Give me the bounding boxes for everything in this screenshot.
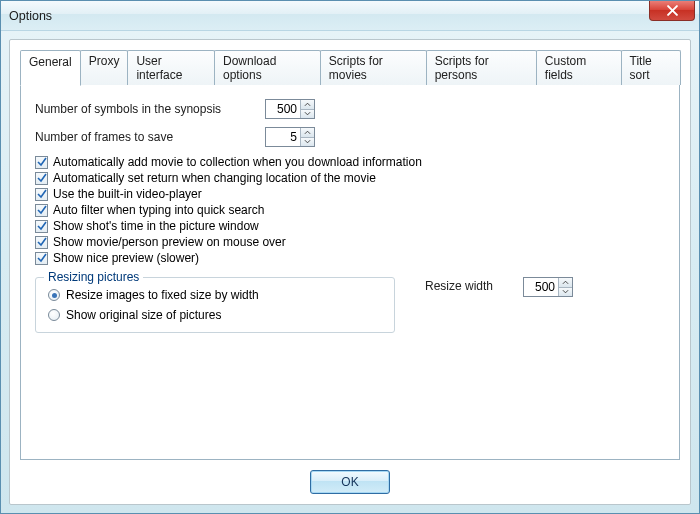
- tab-custom-fields-label: Custom fields: [545, 54, 586, 82]
- check-auto-add-movie: Automatically add movie to collection wh…: [35, 155, 665, 169]
- radio-fixed-width-label: Resize images to fixed size by width: [66, 288, 259, 302]
- tab-scripts-persons[interactable]: Scripts for persons: [426, 50, 537, 85]
- content-outer: General Proxy User interface Download op…: [1, 31, 699, 513]
- tab-proxy-label: Proxy: [89, 54, 120, 68]
- checkbox-show-shot-time[interactable]: [35, 220, 48, 233]
- checkbox-builtin-player[interactable]: [35, 188, 48, 201]
- check-icon: [37, 253, 47, 263]
- frames-spin-buttons: [300, 128, 314, 146]
- check-show-preview-label: Show movie/person preview on mouse over: [53, 235, 286, 249]
- close-button[interactable]: [649, 1, 695, 21]
- chevron-down-icon: [562, 289, 569, 294]
- radio-line-fixed: Resize images to fixed size by width: [48, 288, 382, 302]
- tab-scripts-movies-label: Scripts for movies: [329, 54, 383, 82]
- chevron-up-icon: [562, 280, 569, 285]
- check-nice-preview: Show nice preview (slower): [35, 251, 665, 265]
- ok-button[interactable]: OK: [310, 470, 390, 494]
- resize-width-label: Resize width: [425, 279, 493, 293]
- content-panel: General Proxy User interface Download op…: [9, 39, 691, 505]
- tab-general[interactable]: General: [20, 50, 81, 86]
- radio-original-size-label: Show original size of pictures: [66, 308, 221, 322]
- check-auto-add-movie-label: Automatically add movie to collection wh…: [53, 155, 422, 169]
- check-icon: [37, 205, 47, 215]
- group-resizing-title: Resizing pictures: [44, 270, 143, 284]
- frames-step-down[interactable]: [301, 138, 314, 147]
- close-icon: [667, 5, 678, 16]
- check-auto-filter: Auto filter when typing into quick searc…: [35, 203, 665, 217]
- check-auto-set-return-label: Automatically set return when changing l…: [53, 171, 376, 185]
- row-frames: Number of frames to save: [35, 127, 665, 147]
- tab-scripts-movies[interactable]: Scripts for movies: [320, 50, 427, 85]
- resize-width-input[interactable]: [524, 278, 558, 296]
- resize-width-step-up[interactable]: [559, 278, 572, 288]
- check-icon: [37, 157, 47, 167]
- check-icon: [37, 221, 47, 231]
- check-icon: [37, 189, 47, 199]
- synopsis-label: Number of symbols in the synopsis: [35, 102, 265, 116]
- tab-download-options[interactable]: Download options: [214, 50, 321, 85]
- tab-scripts-persons-label: Scripts for persons: [435, 54, 489, 82]
- check-icon: [37, 173, 47, 183]
- resize-width-spin-buttons: [558, 278, 572, 296]
- synopsis-step-down[interactable]: [301, 110, 314, 119]
- frames-step-up[interactable]: [301, 128, 314, 138]
- window-title: Options: [9, 9, 52, 23]
- group-resizing-pictures: Resizing pictures Resize images to fixed…: [35, 277, 395, 333]
- checkbox-auto-add-movie[interactable]: [35, 156, 48, 169]
- resize-width-step-down[interactable]: [559, 288, 572, 297]
- options-window: Options General Proxy User interface Dow…: [0, 0, 700, 514]
- check-show-shot-time-label: Show shot's time in the picture window: [53, 219, 259, 233]
- chevron-up-icon: [304, 102, 311, 107]
- frames-input[interactable]: [266, 128, 300, 146]
- checkbox-show-preview[interactable]: [35, 236, 48, 249]
- chevron-down-icon: [304, 111, 311, 116]
- frames-spinner[interactable]: [265, 127, 315, 147]
- check-auto-set-return: Automatically set return when changing l…: [35, 171, 665, 185]
- tab-title-sort[interactable]: Title sort: [621, 50, 681, 85]
- synopsis-spinner[interactable]: [265, 99, 315, 119]
- check-icon: [37, 237, 47, 247]
- tab-general-label: General: [29, 55, 72, 69]
- check-auto-filter-label: Auto filter when typing into quick searc…: [53, 203, 264, 217]
- synopsis-step-up[interactable]: [301, 100, 314, 110]
- tab-user-interface[interactable]: User interface: [127, 50, 215, 85]
- chevron-up-icon: [304, 130, 311, 135]
- tab-title-sort-label: Title sort: [630, 54, 652, 82]
- checkbox-block: Automatically add movie to collection wh…: [35, 155, 665, 265]
- resize-row: Resizing pictures Resize images to fixed…: [35, 267, 665, 333]
- tab-content-general: Number of symbols in the synopsis Number…: [20, 84, 680, 460]
- radio-fixed-width[interactable]: [48, 289, 60, 301]
- chevron-down-icon: [304, 139, 311, 144]
- tabstrip: General Proxy User interface Download op…: [20, 50, 680, 85]
- resize-width-spinner[interactable]: [523, 277, 573, 297]
- titlebar: Options: [1, 1, 699, 31]
- tab-custom-fields[interactable]: Custom fields: [536, 50, 622, 85]
- check-nice-preview-label: Show nice preview (slower): [53, 251, 199, 265]
- tab-proxy[interactable]: Proxy: [80, 50, 129, 85]
- footer: OK: [20, 460, 680, 494]
- ok-button-label: OK: [341, 475, 358, 489]
- radio-original-size[interactable]: [48, 309, 60, 321]
- row-synopsis: Number of symbols in the synopsis: [35, 99, 665, 119]
- tabs: General Proxy User interface Download op…: [20, 50, 680, 460]
- check-builtin-player-label: Use the built-in video-player: [53, 187, 202, 201]
- checkbox-auto-filter[interactable]: [35, 204, 48, 217]
- check-show-preview: Show movie/person preview on mouse over: [35, 235, 665, 249]
- frames-label: Number of frames to save: [35, 130, 265, 144]
- synopsis-input[interactable]: [266, 100, 300, 118]
- check-builtin-player: Use the built-in video-player: [35, 187, 665, 201]
- tab-user-interface-label: User interface: [136, 54, 182, 82]
- check-show-shot-time: Show shot's time in the picture window: [35, 219, 665, 233]
- radio-line-original: Show original size of pictures: [48, 308, 382, 322]
- checkbox-auto-set-return[interactable]: [35, 172, 48, 185]
- tab-download-options-label: Download options: [223, 54, 276, 82]
- checkbox-nice-preview[interactable]: [35, 252, 48, 265]
- synopsis-spin-buttons: [300, 100, 314, 118]
